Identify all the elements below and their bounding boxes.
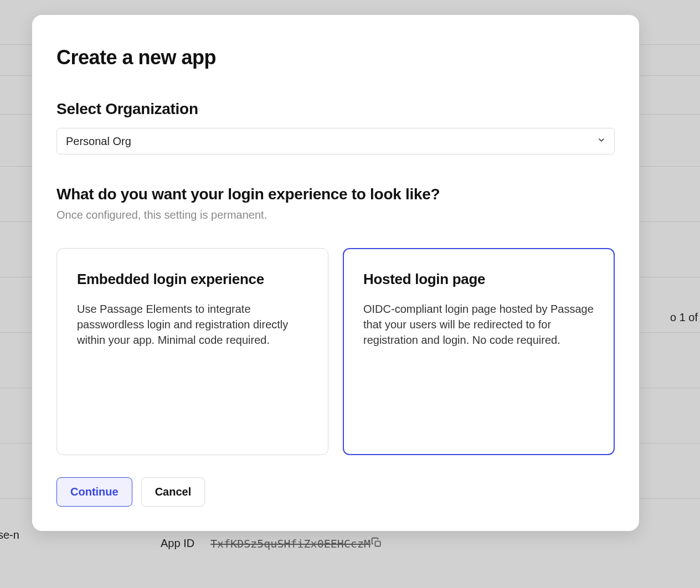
option-description: Use Passage Elements to integrate passwo… [77, 301, 308, 348]
option-row: Embedded login experience Use Passage El… [56, 248, 615, 455]
app-id-label: App ID [161, 537, 194, 550]
org-select[interactable]: Personal Org [56, 128, 615, 154]
svg-rect-0 [375, 541, 380, 546]
option-description: OIDC-compliant login page hosted by Pass… [363, 301, 594, 348]
modal-title: Create a new app [56, 46, 615, 69]
pagination-fragment: o 1 of [670, 311, 698, 324]
button-row: Continue Cancel [56, 477, 615, 507]
option-title: Hosted login page [363, 271, 594, 288]
create-app-modal: Create a new app Select Organization Per… [32, 15, 639, 531]
experience-helper: Once configured, this setting is permane… [56, 209, 615, 221]
app-id-value: TxfKDSz5quSHfiZx0EEHCczM [210, 537, 370, 550]
option-hosted[interactable]: Hosted login page OIDC-compliant login p… [343, 248, 615, 455]
org-label: Select Organization [56, 100, 615, 118]
continue-button[interactable]: Continue [56, 477, 132, 507]
copy-icon[interactable] [371, 537, 382, 551]
truncated-text: se-n [0, 529, 19, 541]
org-select-wrap: Personal Org [56, 128, 615, 154]
option-title: Embedded login experience [77, 271, 308, 288]
option-embedded[interactable]: Embedded login experience Use Passage El… [56, 248, 328, 455]
experience-heading: What do you want your login experience t… [56, 185, 615, 203]
cancel-button[interactable]: Cancel [141, 477, 205, 507]
